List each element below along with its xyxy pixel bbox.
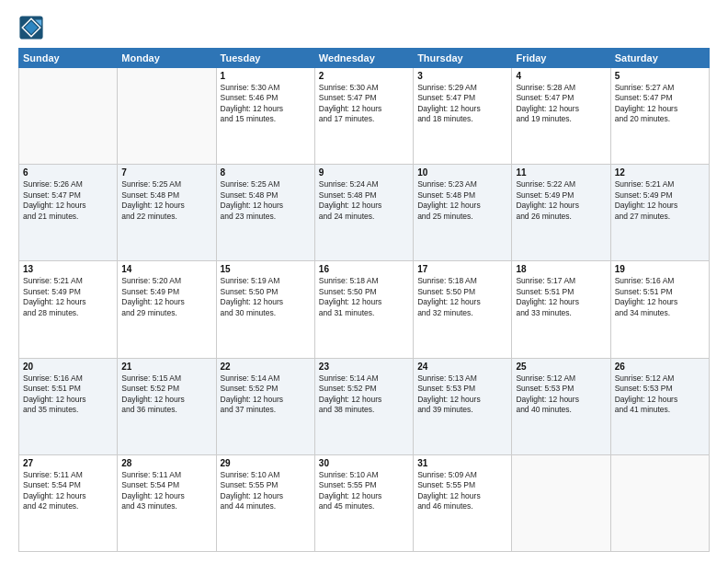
logo-icon [18, 15, 44, 40]
day-number: 18 [516, 264, 606, 274]
day-number: 25 [516, 362, 606, 372]
calendar-week-row: 13Sunrise: 5:21 AM Sunset: 5:49 PM Dayli… [19, 261, 710, 358]
calendar-cell: 22Sunrise: 5:14 AM Sunset: 5:52 PM Dayli… [216, 358, 314, 454]
calendar-week-row: 6Sunrise: 5:26 AM Sunset: 5:47 PM Daylig… [19, 165, 710, 261]
calendar-cell: 10Sunrise: 5:23 AM Sunset: 5:48 PM Dayli… [414, 165, 512, 261]
day-info: Sunrise: 5:12 AM Sunset: 5:53 PM Dayligh… [516, 373, 606, 416]
calendar-cell: 2Sunrise: 5:30 AM Sunset: 5:47 PM Daylig… [314, 68, 413, 165]
col-header-monday: Monday [118, 49, 216, 68]
page: SundayMondayTuesdayWednesdayThursdayFrid… [0, 0, 728, 563]
calendar-cell: 15Sunrise: 5:19 AM Sunset: 5:50 PM Dayli… [216, 261, 314, 358]
calendar-week-row: 20Sunrise: 5:16 AM Sunset: 5:51 PM Dayli… [19, 358, 710, 454]
day-info: Sunrise: 5:10 AM Sunset: 5:55 PM Dayligh… [319, 470, 409, 512]
day-number: 2 [319, 71, 409, 81]
calendar-cell: 1Sunrise: 5:30 AM Sunset: 5:46 PM Daylig… [216, 68, 314, 165]
logo [18, 15, 48, 40]
calendar-cell: 6Sunrise: 5:26 AM Sunset: 5:47 PM Daylig… [19, 165, 118, 261]
day-number: 27 [23, 458, 113, 468]
calendar-cell: 30Sunrise: 5:10 AM Sunset: 5:55 PM Dayli… [314, 454, 413, 551]
day-info: Sunrise: 5:16 AM Sunset: 5:51 PM Dayligh… [615, 276, 705, 318]
day-info: Sunrise: 5:13 AM Sunset: 5:53 PM Dayligh… [417, 373, 507, 416]
day-number: 5 [615, 71, 705, 81]
day-number: 16 [319, 264, 409, 274]
day-number: 13 [23, 264, 113, 274]
day-info: Sunrise: 5:27 AM Sunset: 5:47 PM Dayligh… [615, 83, 705, 125]
col-header-tuesday: Tuesday [216, 49, 314, 68]
day-number: 3 [417, 71, 507, 81]
day-number: 10 [417, 167, 507, 178]
day-number: 19 [615, 264, 705, 274]
day-info: Sunrise: 5:23 AM Sunset: 5:48 PM Dayligh… [417, 179, 507, 222]
calendar-cell: 14Sunrise: 5:20 AM Sunset: 5:49 PM Dayli… [118, 261, 216, 358]
day-info: Sunrise: 5:18 AM Sunset: 5:50 PM Dayligh… [417, 276, 507, 318]
col-header-saturday: Saturday [610, 49, 709, 68]
calendar-cell: 21Sunrise: 5:15 AM Sunset: 5:52 PM Dayli… [118, 358, 216, 454]
calendar-cell: 29Sunrise: 5:10 AM Sunset: 5:55 PM Dayli… [216, 454, 314, 551]
calendar-cell: 4Sunrise: 5:28 AM Sunset: 5:47 PM Daylig… [512, 68, 610, 165]
col-header-thursday: Thursday [414, 49, 512, 68]
day-info: Sunrise: 5:24 AM Sunset: 5:48 PM Dayligh… [319, 179, 409, 222]
day-info: Sunrise: 5:17 AM Sunset: 5:51 PM Dayligh… [516, 276, 606, 318]
day-number: 23 [319, 362, 409, 372]
col-header-friday: Friday [512, 49, 610, 68]
day-number: 9 [319, 167, 409, 178]
day-info: Sunrise: 5:19 AM Sunset: 5:50 PM Dayligh… [221, 276, 311, 318]
day-number: 28 [121, 458, 211, 468]
day-number: 11 [516, 167, 606, 178]
day-number: 12 [615, 167, 705, 178]
calendar-cell [118, 68, 216, 165]
header [18, 15, 710, 40]
day-number: 17 [417, 264, 507, 274]
day-info: Sunrise: 5:30 AM Sunset: 5:46 PM Dayligh… [221, 83, 311, 125]
calendar-week-row: 27Sunrise: 5:11 AM Sunset: 5:54 PM Dayli… [19, 454, 710, 551]
calendar-table: SundayMondayTuesdayWednesdayThursdayFrid… [18, 48, 710, 552]
day-info: Sunrise: 5:30 AM Sunset: 5:47 PM Dayligh… [319, 83, 409, 125]
calendar-cell: 31Sunrise: 5:09 AM Sunset: 5:55 PM Dayli… [414, 454, 512, 551]
day-number: 8 [221, 167, 311, 178]
day-info: Sunrise: 5:21 AM Sunset: 5:49 PM Dayligh… [23, 276, 113, 318]
calendar-cell: 9Sunrise: 5:24 AM Sunset: 5:48 PM Daylig… [314, 165, 413, 261]
day-number: 4 [516, 71, 606, 81]
calendar-cell: 11Sunrise: 5:22 AM Sunset: 5:49 PM Dayli… [512, 165, 610, 261]
calendar-header-row: SundayMondayTuesdayWednesdayThursdayFrid… [19, 49, 710, 68]
calendar-cell: 26Sunrise: 5:12 AM Sunset: 5:53 PM Dayli… [610, 358, 709, 454]
calendar-cell: 19Sunrise: 5:16 AM Sunset: 5:51 PM Dayli… [610, 261, 709, 358]
day-number: 20 [23, 362, 113, 372]
calendar-cell: 16Sunrise: 5:18 AM Sunset: 5:50 PM Dayli… [314, 261, 413, 358]
calendar-cell: 8Sunrise: 5:25 AM Sunset: 5:48 PM Daylig… [216, 165, 314, 261]
day-info: Sunrise: 5:11 AM Sunset: 5:54 PM Dayligh… [23, 470, 113, 512]
calendar-cell: 27Sunrise: 5:11 AM Sunset: 5:54 PM Dayli… [19, 454, 118, 551]
calendar-cell: 13Sunrise: 5:21 AM Sunset: 5:49 PM Dayli… [19, 261, 118, 358]
day-number: 26 [615, 362, 705, 372]
day-number: 22 [221, 362, 311, 372]
calendar-cell [512, 454, 610, 551]
day-info: Sunrise: 5:20 AM Sunset: 5:49 PM Dayligh… [121, 276, 211, 318]
day-info: Sunrise: 5:25 AM Sunset: 5:48 PM Dayligh… [121, 179, 211, 222]
day-number: 7 [121, 167, 211, 178]
calendar-cell: 5Sunrise: 5:27 AM Sunset: 5:47 PM Daylig… [610, 68, 709, 165]
day-number: 31 [417, 458, 507, 468]
col-header-wednesday: Wednesday [314, 49, 413, 68]
day-info: Sunrise: 5:14 AM Sunset: 5:52 PM Dayligh… [319, 373, 409, 416]
day-info: Sunrise: 5:09 AM Sunset: 5:55 PM Dayligh… [417, 470, 507, 512]
day-number: 30 [319, 458, 409, 468]
day-number: 1 [221, 71, 311, 81]
calendar-cell [610, 454, 709, 551]
calendar-week-row: 1Sunrise: 5:30 AM Sunset: 5:46 PM Daylig… [19, 68, 710, 165]
col-header-sunday: Sunday [19, 49, 118, 68]
calendar-cell: 25Sunrise: 5:12 AM Sunset: 5:53 PM Dayli… [512, 358, 610, 454]
day-info: Sunrise: 5:29 AM Sunset: 5:47 PM Dayligh… [417, 83, 507, 125]
calendar-cell [19, 68, 118, 165]
calendar-cell: 12Sunrise: 5:21 AM Sunset: 5:49 PM Dayli… [610, 165, 709, 261]
day-info: Sunrise: 5:10 AM Sunset: 5:55 PM Dayligh… [221, 470, 311, 512]
day-number: 24 [417, 362, 507, 372]
day-info: Sunrise: 5:16 AM Sunset: 5:51 PM Dayligh… [23, 373, 113, 416]
calendar-cell: 18Sunrise: 5:17 AM Sunset: 5:51 PM Dayli… [512, 261, 610, 358]
calendar-cell: 7Sunrise: 5:25 AM Sunset: 5:48 PM Daylig… [118, 165, 216, 261]
day-info: Sunrise: 5:26 AM Sunset: 5:47 PM Dayligh… [23, 179, 113, 222]
day-number: 29 [221, 458, 311, 468]
calendar-cell: 3Sunrise: 5:29 AM Sunset: 5:47 PM Daylig… [414, 68, 512, 165]
day-info: Sunrise: 5:25 AM Sunset: 5:48 PM Dayligh… [221, 179, 311, 222]
calendar-cell: 17Sunrise: 5:18 AM Sunset: 5:50 PM Dayli… [414, 261, 512, 358]
day-info: Sunrise: 5:15 AM Sunset: 5:52 PM Dayligh… [121, 373, 211, 416]
